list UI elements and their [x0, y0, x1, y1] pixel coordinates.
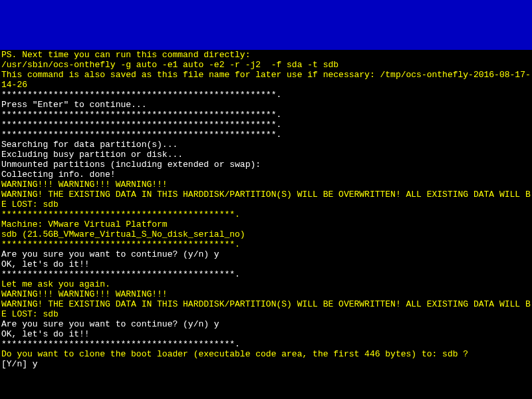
unmounted-line: Unmounted partitions (including extended… [1, 160, 531, 170]
press-enter-prompt: Press "Enter" to continue... [1, 100, 531, 110]
ok-doit: OK, let's do it!! [1, 259, 531, 269]
separator: ****************************************… [1, 339, 531, 349]
ps-hint-line: PS. Next time you can run this command d… [1, 50, 531, 60]
searching-line: Searching for data partition(s)... [1, 140, 531, 150]
terminal-output[interactable]: PS. Next time you can run this command d… [0, 50, 532, 369]
ask-again: Let me ask you again. [1, 279, 531, 289]
prompt-prefix: [Y/n] [1, 359, 33, 369]
separator: ****************************************… [1, 120, 531, 130]
excluding-line: Excluding busy partition or disk... [1, 150, 531, 160]
warning-overwrite: WARNING! THE EXISTING DATA IN THIS HARDD… [1, 299, 531, 319]
prompt-answer[interactable]: y [33, 359, 38, 369]
confirm-question: Are you sure you want to continue? (y/n)… [1, 319, 531, 329]
separator: ****************************************… [1, 209, 531, 219]
prompt-line[interactable]: [Y/n] y [1, 359, 531, 369]
warning-triple: WARNING!!! WARNING!!! WARNING!!! [1, 289, 531, 299]
warning-triple: WARNING!!! WARNING!!! WARNING!!! [1, 180, 531, 190]
machine-line: Machine: VMware Virtual Platform [1, 219, 531, 229]
separator: ****************************************… [1, 110, 531, 120]
warning-overwrite: WARNING! THE EXISTING DATA IN THIS HARDD… [1, 190, 531, 209]
command-line: /usr/sbin/ocs-onthefly -g auto -e1 auto … [1, 60, 531, 70]
disk-info-line: sdb (21.5GB_VMware_Virtual_S_No_disk_ser… [1, 229, 531, 239]
header-blue-bar [0, 0, 532, 50]
separator: ****************************************… [1, 90, 531, 100]
collecting-line: Collecting info. done! [1, 170, 531, 180]
confirm-question: Are you sure you want to continue? (y/n)… [1, 249, 531, 259]
separator: ****************************************… [1, 130, 531, 140]
saved-file-line: This command is also saved as this file … [1, 70, 531, 90]
separator: ****************************************… [1, 239, 531, 249]
clone-bootloader-question: Do you want to clone the boot loader (ex… [1, 349, 531, 359]
separator: ****************************************… [1, 269, 531, 279]
ok-doit: OK, let's do it!! [1, 329, 531, 339]
